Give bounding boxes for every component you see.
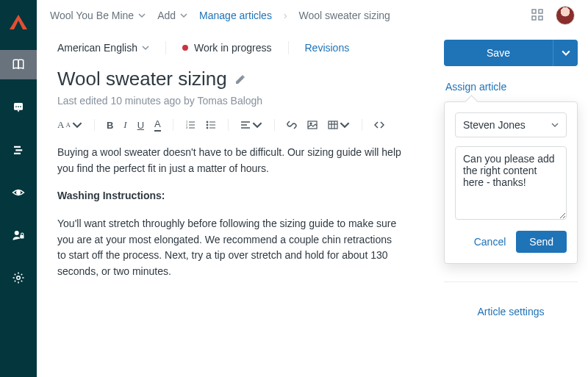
breadcrumb-separator: ›	[284, 10, 287, 21]
svg-rect-11	[20, 235, 24, 239]
italic-button[interactable]: I	[123, 119, 126, 131]
svg-line-32	[290, 123, 293, 126]
logo[interactable]	[0, 7, 37, 37]
font-size-dropdown[interactable]: AA	[57, 119, 82, 131]
workspace-dropdown[interactable]: Wool You Be Mine	[50, 10, 146, 21]
workspace-name: Wool You Be Mine	[50, 10, 134, 21]
align-dropdown[interactable]	[240, 120, 262, 130]
assign-popover: Steven Jones Cancel Send	[444, 101, 578, 264]
language-dropdown[interactable]: American English	[57, 42, 149, 54]
cancel-button[interactable]: Cancel	[474, 236, 506, 248]
breadcrumb-current: Wool sweater sizing	[299, 10, 390, 21]
image-button[interactable]	[307, 120, 318, 130]
right-panel: Save Assign article Steven Jones Cancel …	[434, 31, 588, 377]
status-wip: Work in progress	[182, 42, 272, 54]
article-settings-link[interactable]: Article settings	[444, 297, 578, 317]
topbar: Wool You Be Mine Add Manage articles › W…	[37, 0, 588, 31]
bold-button[interactable]: B	[107, 120, 113, 131]
code-button[interactable]	[374, 120, 384, 130]
nav-preview[interactable]	[0, 178, 37, 207]
apps-icon[interactable]	[531, 8, 544, 24]
revisions-link[interactable]: Revisions	[305, 42, 350, 54]
add-dropdown[interactable]: Add	[157, 10, 187, 21]
svg-point-9	[17, 191, 21, 195]
ordered-list-button[interactable]: 123	[185, 120, 196, 130]
underline-button[interactable]: U	[137, 120, 144, 131]
svg-point-27	[207, 124, 208, 126]
svg-rect-14	[539, 10, 542, 13]
svg-point-26	[207, 121, 208, 123]
pencil-icon[interactable]	[234, 73, 246, 85]
body-paragraph: Buying a wool sweater doesn't have to be…	[57, 145, 403, 176]
save-split-button[interactable]	[553, 40, 578, 66]
svg-rect-13	[532, 10, 536, 13]
editor-area: American English Work in progress Revisi…	[37, 31, 434, 377]
avatar[interactable]	[556, 6, 575, 25]
link-button[interactable]	[287, 120, 297, 130]
last-edited-meta: Last edited 10 minutes ago by Tomas Balo…	[57, 95, 413, 107]
svg-point-34	[310, 123, 312, 124]
svg-text:3: 3	[186, 126, 188, 129]
svg-rect-4	[18, 107, 19, 108]
add-label: Add	[157, 10, 176, 21]
table-dropdown[interactable]	[328, 120, 350, 130]
nav-user-permissions[interactable]	[0, 220, 37, 250]
svg-point-12	[17, 276, 21, 280]
nav-settings[interactable]	[0, 263, 37, 292]
unordered-list-button[interactable]	[206, 120, 216, 130]
chevron-down-icon	[551, 121, 559, 129]
svg-rect-5	[20, 107, 21, 108]
assign-article-link[interactable]: Assign article	[444, 81, 578, 93]
left-rail	[0, 0, 37, 377]
svg-rect-35	[329, 121, 337, 129]
svg-rect-7	[15, 149, 22, 151]
editor-toolbar: AA B I U A 123	[57, 118, 413, 139]
text-color-button[interactable]: A	[154, 118, 161, 132]
assignee-select[interactable]: Steven Jones	[455, 112, 567, 137]
svg-rect-6	[14, 146, 21, 148]
article-title[interactable]: Wool sweater sizing	[57, 68, 413, 90]
svg-point-10	[15, 231, 19, 235]
svg-rect-16	[539, 16, 542, 20]
breadcrumb-manage[interactable]: Manage articles	[199, 10, 272, 21]
nav-articles[interactable]	[0, 50, 37, 79]
nav-arrange[interactable]	[0, 135, 37, 165]
body-paragraph: You'll want stretch throughly before fol…	[57, 216, 403, 280]
article-body[interactable]: Buying a wool sweater doesn't have to be…	[57, 145, 403, 280]
svg-rect-15	[532, 16, 536, 20]
svg-rect-3	[15, 107, 17, 108]
save-button[interactable]: Save	[444, 40, 553, 66]
assignee-value: Steven Jones	[463, 119, 526, 131]
svg-rect-8	[14, 153, 21, 154]
status-dot-icon	[182, 45, 188, 51]
body-heading: Washing Instructions:	[57, 188, 403, 204]
svg-point-28	[207, 127, 208, 129]
nav-announcements[interactable]	[0, 93, 37, 122]
assign-note-textarea[interactable]	[455, 146, 567, 220]
send-button[interactable]: Send	[516, 231, 567, 253]
